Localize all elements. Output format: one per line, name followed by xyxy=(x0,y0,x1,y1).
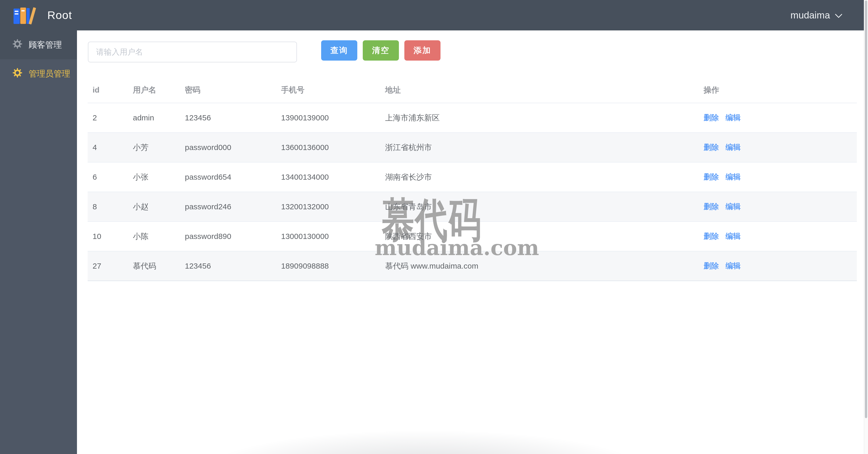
edit-link[interactable]: 编辑 xyxy=(725,142,741,153)
user-name: mudaima xyxy=(790,10,830,21)
cell-password: password246 xyxy=(180,202,276,211)
column-header-id: id xyxy=(88,86,128,94)
cell-username: 小陈 xyxy=(128,231,180,242)
cell-username: admin xyxy=(128,113,180,122)
cell-password: password654 xyxy=(180,173,276,181)
cell-address: 陕西省西安市 xyxy=(380,231,699,242)
column-header-password: 密码 xyxy=(180,85,276,95)
books-logo-icon xyxy=(12,6,37,25)
cell-address: 上海市浦东新区 xyxy=(380,113,699,123)
sidebar: 顾客管理 管理员管理 xyxy=(0,30,77,454)
cell-password: 123456 xyxy=(180,113,276,122)
cell-phone: 13200132000 xyxy=(276,202,380,211)
cell-address: 浙江省杭州市 xyxy=(380,142,699,153)
cell-address: 山东省青岛市 xyxy=(380,202,699,212)
cell-address: 慕代码 www.mudaima.com xyxy=(380,261,699,271)
cell-username: 慕代码 xyxy=(128,261,180,271)
sidebar-item-admin-management[interactable]: 管理员管理 xyxy=(0,59,77,88)
chevron-down-icon xyxy=(835,10,842,21)
delete-link[interactable]: 删除 xyxy=(704,142,719,153)
delete-link[interactable]: 删除 xyxy=(704,113,719,123)
page-title: Root xyxy=(47,9,72,22)
edit-link[interactable]: 编辑 xyxy=(725,261,741,271)
cell-username: 小赵 xyxy=(128,202,180,212)
column-header-address: 地址 xyxy=(380,85,699,95)
column-header-phone: 手机号 xyxy=(276,85,380,95)
add-button[interactable]: 添加 xyxy=(404,40,440,61)
table-row: 8 小赵 password246 13200132000 山东省青岛市 删除 编… xyxy=(88,192,857,222)
table-row: 2 admin 123456 13900139000 上海市浦东新区 删除 编辑 xyxy=(88,103,857,133)
query-button[interactable]: 查询 xyxy=(321,40,357,61)
edit-link[interactable]: 编辑 xyxy=(725,113,741,123)
top-header: Root mudaima xyxy=(0,0,868,30)
delete-link[interactable]: 删除 xyxy=(704,202,719,212)
delete-link[interactable]: 删除 xyxy=(704,261,719,271)
cell-phone: 18909098888 xyxy=(276,262,380,270)
clear-button[interactable]: 清空 xyxy=(363,40,399,61)
gear-icon xyxy=(12,39,22,51)
table-header-row: id 用户名 密码 手机号 地址 操作 xyxy=(88,77,857,103)
delete-link[interactable]: 删除 xyxy=(704,172,719,182)
cell-password: password000 xyxy=(180,143,276,152)
column-header-operations: 操作 xyxy=(699,85,857,95)
cell-phone: 13900139000 xyxy=(276,113,380,122)
cell-phone: 13600136000 xyxy=(276,143,380,152)
cell-phone: 13000130000 xyxy=(276,232,380,241)
cell-password: 123456 xyxy=(180,262,276,270)
table-row: 4 小芳 password000 13600136000 浙江省杭州市 删除 编… xyxy=(88,133,857,162)
table-row: 27 慕代码 123456 18909098888 慕代码 www.mudaim… xyxy=(88,251,857,281)
bottom-card-shadow xyxy=(146,413,705,454)
edit-link[interactable]: 编辑 xyxy=(725,172,741,182)
cell-id: 6 xyxy=(88,173,128,181)
vertical-scrollbar-track[interactable] xyxy=(864,0,868,454)
admin-page: Root mudaima xyxy=(0,0,868,454)
cell-id: 27 xyxy=(88,262,128,270)
cell-address: 湖南省长沙市 xyxy=(380,172,699,183)
cell-id: 8 xyxy=(88,202,128,211)
cell-id: 4 xyxy=(88,143,128,152)
delete-link[interactable]: 删除 xyxy=(704,231,719,242)
search-input[interactable] xyxy=(88,41,297,62)
edit-link[interactable]: 编辑 xyxy=(725,231,741,242)
cell-id: 10 xyxy=(88,232,128,241)
cell-id: 2 xyxy=(88,113,128,122)
sidebar-item-customer-management[interactable]: 顾客管理 xyxy=(0,30,77,59)
vertical-scrollbar-thumb[interactable] xyxy=(865,1,867,418)
user-menu[interactable]: mudaima xyxy=(790,0,842,30)
table-row: 10 小陈 password890 13000130000 陕西省西安市 删除 … xyxy=(88,222,857,251)
table-row: 6 小张 password654 13400134000 湖南省长沙市 删除 编… xyxy=(88,162,857,192)
cell-password: password890 xyxy=(180,232,276,241)
sidebar-item-label: 管理员管理 xyxy=(29,68,70,80)
cell-phone: 13400134000 xyxy=(276,173,380,181)
column-header-username: 用户名 xyxy=(128,85,180,95)
cell-username: 小张 xyxy=(128,172,180,183)
edit-link[interactable]: 编辑 xyxy=(725,202,741,212)
gear-icon xyxy=(12,68,22,80)
sidebar-item-label: 顾客管理 xyxy=(29,39,62,51)
cell-username: 小芳 xyxy=(128,142,180,153)
